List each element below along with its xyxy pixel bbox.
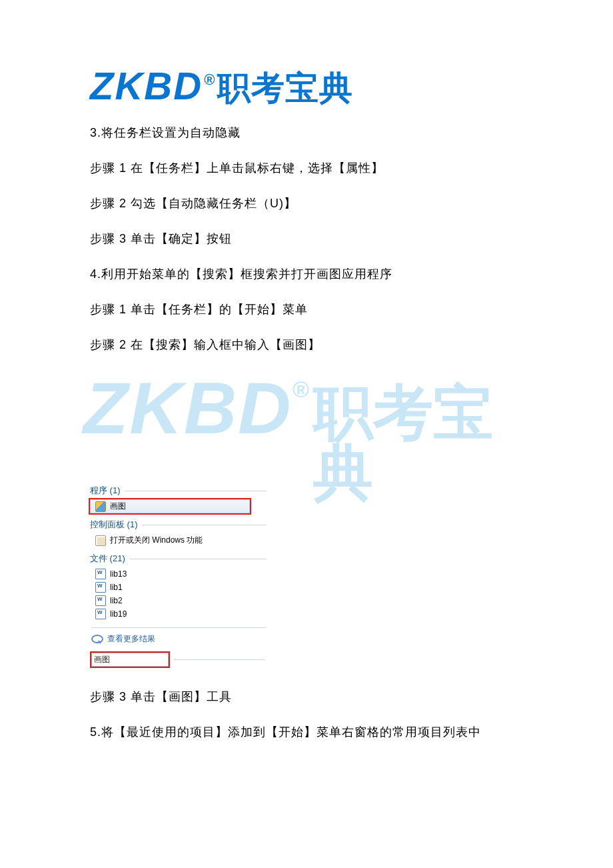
search-input-row: 画图 — [90, 649, 267, 668]
search-result-label: lib13 — [110, 569, 127, 579]
windows-feature-icon — [95, 535, 106, 546]
search-result-windows-features[interactable]: 打开或关闭 Windows 功能 — [90, 533, 267, 547]
watermark-registered-icon: ® — [293, 378, 309, 401]
document-page: ZKBD® 职考宝典 3.将任务栏设置为自动隐藏 步骤 1 在【任务栏】上单击鼠… — [0, 0, 613, 799]
search-result-file[interactable]: lib19 — [90, 607, 267, 621]
document-icon — [95, 609, 106, 619]
search-result-label: lib1 — [110, 583, 123, 592]
watermark-latin: ZKBD — [83, 371, 293, 445]
logo: ZKBD® 职考宝典 — [90, 67, 523, 105]
search-result-file[interactable]: lib1 — [90, 581, 267, 594]
search-result-label: 打开或关闭 Windows 功能 — [110, 535, 203, 546]
divider — [174, 659, 265, 660]
q4-step3: 步骤 3 单击【画图】工具 — [90, 688, 523, 706]
document-icon — [95, 582, 106, 593]
document-icon — [95, 595, 106, 606]
q3-title: 3.将任务栏设置为自动隐藏 — [90, 124, 523, 142]
q4-title: 4.利用开始菜单的【搜索】框搜索并打开画图应用程序 — [90, 265, 523, 283]
logo-chinese: 职考宝典 — [217, 71, 353, 105]
search-input[interactable]: 画图 — [91, 653, 169, 667]
search-result-label: lib19 — [110, 609, 127, 619]
controlpanel-group-header: 控制面板 (1) — [90, 519, 267, 531]
watermark-chinese: 职考宝典 — [313, 383, 523, 503]
q3-step2: 步骤 2 勾选【自动隐藏任务栏（U)】 — [90, 195, 523, 213]
more-results-label: 查看更多结果 — [107, 633, 155, 645]
q4-step2: 步骤 2 在【搜索】输入框中输入【画图】 — [90, 336, 523, 354]
logo-latin: ZKBD — [90, 67, 203, 105]
document-icon — [95, 569, 106, 579]
watermark: ZKBD® 职考宝典 — [83, 371, 523, 478]
logo-registered-icon: ® — [204, 73, 215, 87]
magnifier-icon — [91, 635, 103, 643]
q3-step3: 步骤 3 单击【确定】按钮 — [90, 230, 523, 248]
q3-step1: 步骤 1 在【任务栏】上单击鼠标右键，选择【属性】 — [90, 159, 523, 177]
search-result-label: lib2 — [110, 596, 123, 605]
q5-title: 5.将【最近使用的项目】添加到【开始】菜单右窗格的常用项目列表中 — [90, 723, 523, 741]
files-group-header: 文件 (21) — [90, 553, 267, 565]
search-result-file[interactable]: lib13 — [90, 567, 267, 581]
see-more-results-link[interactable]: 查看更多结果 — [91, 627, 267, 645]
q4-step1: 步骤 1 单击【任务栏】的【开始】菜单 — [90, 301, 523, 319]
start-menu-search-screenshot: 程序 (1) 画图 控制面板 (1) 打开或关闭 Windows 功能 文件 (… — [90, 485, 267, 668]
search-result-file[interactable]: lib2 — [90, 594, 267, 607]
